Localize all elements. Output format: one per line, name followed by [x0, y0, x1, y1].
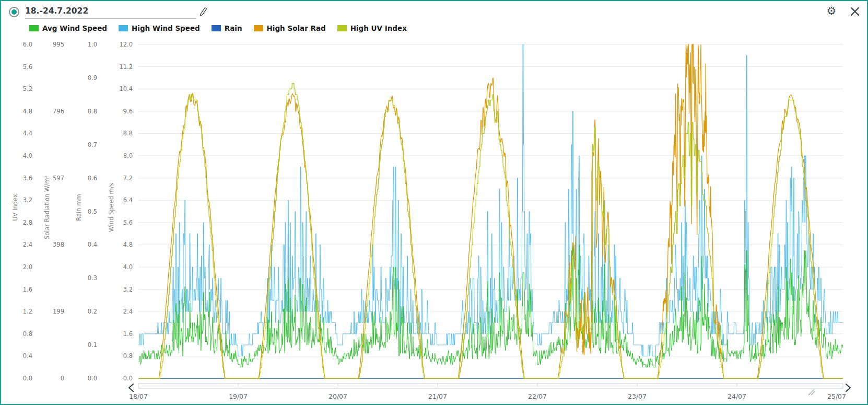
y-tick-label-solar: 796 — [53, 108, 64, 115]
resize-handle[interactable] — [808, 389, 815, 395]
y-tick-label-rain: 0.6 — [88, 175, 97, 182]
y-tick-label-uv: 0.8 — [23, 330, 32, 338]
axis-title-uv: UV Index — [11, 194, 19, 221]
x-tick-label: 25/07 — [827, 392, 846, 400]
y-tick-label-wind: 6.4 — [123, 196, 133, 204]
y-tick-label-rain: 0.5 — [88, 208, 97, 215]
y-tick-label-rain: 1.0 — [88, 41, 97, 48]
x-tick-label: 22/07 — [528, 392, 547, 400]
y-tick-label-wind: 8.8 — [123, 130, 133, 137]
y-tick-label-wind: 4.0 — [123, 263, 133, 271]
y-tick-label-wind: 1.6 — [123, 330, 133, 338]
y-tick-label-wind: 4.8 — [123, 241, 133, 248]
y-tick-label-solar: 199 — [53, 308, 64, 315]
y-tick-label-wind: 0.0 — [123, 375, 133, 382]
y-tick-label-wind: 7.2 — [123, 175, 133, 182]
y-tick-label-uv: 4.0 — [23, 152, 32, 159]
pan-scrollbar[interactable] — [138, 384, 843, 388]
y-tick-label-wind: 3.2 — [123, 286, 133, 293]
y-tick-label-rain: 0.1 — [88, 341, 97, 349]
y-tick-label-uv: 6.0 — [23, 41, 32, 48]
y-tick-label-wind: 12.0 — [119, 41, 133, 48]
y-tick-label-wind: 10.4 — [119, 85, 133, 92]
y-tick-label-rain: 0.0 — [88, 375, 97, 382]
y-tick-label-wind: 9.6 — [123, 108, 133, 115]
y-tick-label-uv: 3.6 — [23, 175, 32, 182]
x-tick-label: 20/07 — [329, 392, 347, 400]
x-tick-label: 24/07 — [728, 392, 746, 400]
y-tick-label-rain: 0.2 — [88, 308, 97, 315]
y-tick-label-wind: 0.8 — [123, 352, 133, 360]
plot-area[interactable] — [138, 44, 843, 378]
weather-graph-window: 18.-24.7.2022 ⚙ Avg Wind SpeedHigh Wind … — [0, 0, 868, 405]
y-tick-label-uv: 0.0 — [23, 375, 32, 382]
y-tick-label-rain: 0.9 — [88, 74, 97, 82]
pan-right-chevron[interactable] — [846, 384, 850, 391]
axis-title-solar: Solar Radiation W/m² — [43, 176, 51, 239]
x-tick-label: 18/07 — [129, 392, 148, 400]
y-tick-label-uv: 1.6 — [23, 286, 32, 293]
y-tick-label-uv: 1.2 — [23, 308, 32, 315]
y-tick-label-wind: 11.2 — [119, 63, 133, 71]
axis-title-wind: Wind Speed m/s — [108, 183, 115, 232]
y-tick-label-rain: 0.3 — [88, 274, 97, 282]
y-tick-label-uv: 0.4 — [23, 352, 32, 360]
y-tick-label-solar: 995 — [53, 41, 64, 48]
y-tick-label-uv: 4.4 — [23, 130, 32, 137]
y-tick-label-wind: 8.0 — [123, 152, 133, 159]
y-tick-label-rain: 0.8 — [88, 108, 97, 115]
y-tick-label-uv: 4.8 — [23, 108, 32, 115]
x-tick-label: 23/07 — [628, 392, 647, 400]
y-tick-label-uv: 5.2 — [23, 85, 32, 92]
y-tick-label-solar: 0 — [61, 375, 64, 382]
y-tick-label-uv: 3.2 — [23, 196, 32, 204]
y-tick-label-uv: 2.0 — [23, 263, 32, 271]
y-tick-label-rain: 0.4 — [88, 241, 97, 248]
y-tick-label-solar: 597 — [53, 175, 64, 182]
y-tick-label-uv: 2.8 — [23, 219, 32, 226]
y-tick-label-uv: 5.6 — [23, 63, 32, 71]
x-tick-label: 19/07 — [229, 392, 248, 400]
y-tick-label-rain: 0.7 — [88, 141, 97, 148]
y-tick-label-wind: 5.6 — [123, 219, 133, 226]
x-tick-label: 21/07 — [428, 392, 447, 400]
axis-title-rain: Rain mm — [75, 194, 83, 221]
chart-svg: 6.05.65.24.84.44.03.63.22.82.42.01.61.20… — [1, 1, 867, 404]
y-tick-label-uv: 2.4 — [23, 241, 32, 248]
y-tick-label-solar: 398 — [53, 241, 64, 248]
pan-left-chevron[interactable] — [129, 384, 133, 391]
y-tick-label-wind: 2.4 — [123, 308, 133, 315]
